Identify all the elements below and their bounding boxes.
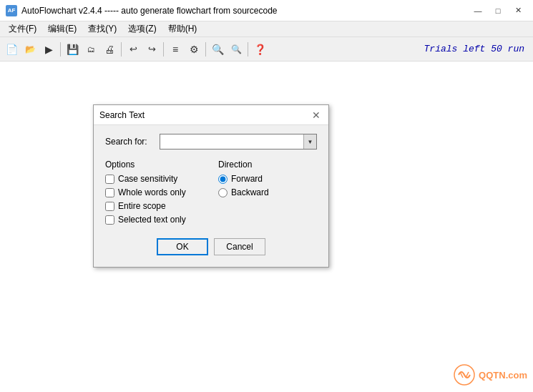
menu-file[interactable]: 文件(F) — [3, 21, 42, 36]
menu-help[interactable]: 帮助(H) — [162, 21, 203, 36]
entire-scope-label: Entire scope — [118, 201, 166, 211]
case-sensitivity-checkbox[interactable] — [105, 175, 114, 184]
play-button[interactable]: ▶ — [40, 41, 57, 58]
zoom-in-button[interactable]: 🔍 — [209, 41, 226, 58]
title-bar-controls: — □ ✕ — [469, 4, 527, 18]
search-for-row: Search for: ▼ — [105, 134, 317, 150]
main-area: Search Text ✕ Search for: ▼ Options — [0, 62, 533, 392]
backward-item[interactable]: Backward — [218, 187, 317, 197]
toolbar: 📄 📂 ▶ 💾 🗂 🖨 ↩ ↪ ≡ ⚙ 🔍 🔍 ❓ Trials left 50… — [0, 37, 533, 62]
backward-radio[interactable] — [218, 188, 228, 197]
watermark: QQTN.com — [453, 363, 527, 386]
search-dropdown-button[interactable]: ▼ — [303, 134, 316, 149]
entire-scope-item[interactable]: Entire scope — [105, 201, 204, 211]
menu-bar: 文件(F) 编辑(E) 查找(Y) 选项(Z) 帮助(H) — [0, 21, 533, 37]
separator-1 — [60, 42, 61, 57]
maximize-button[interactable]: □ — [489, 4, 507, 18]
case-sensitivity-item[interactable]: Case sensitivity — [105, 174, 204, 184]
case-sensitivity-label: Case sensitivity — [118, 174, 177, 184]
title-bar-left: AF AutoFlowchart v2.4.4 ----- auto gener… — [6, 5, 278, 16]
direction-group-label: Direction — [218, 160, 317, 170]
search-input-container: ▼ — [160, 134, 317, 150]
zoom-out-button[interactable]: 🔍 — [228, 41, 245, 58]
selected-text-only-label: Selected text only — [118, 215, 186, 225]
whole-words-only-checkbox[interactable] — [105, 188, 114, 197]
undo-button[interactable]: ↩ — [124, 41, 142, 58]
watermark-logo-icon — [453, 363, 476, 386]
separator-5 — [248, 42, 248, 57]
help-button[interactable]: ❓ — [251, 41, 268, 58]
backward-label: Backward — [231, 187, 269, 197]
direction-group: Direction Forward Backward — [218, 160, 317, 228]
app-title: AutoFlowchart v2.4.4 ----- auto generate… — [21, 6, 278, 16]
options-direction-row: Options Case sensitivity Whole words onl… — [105, 160, 317, 228]
dialog-footer: OK Cancel — [105, 238, 317, 255]
print-button[interactable]: 🖨 — [101, 41, 118, 58]
forward-radio[interactable] — [218, 175, 228, 184]
dialog-titlebar: Search Text ✕ — [94, 105, 328, 125]
dialog-close-button[interactable]: ✕ — [310, 109, 323, 122]
menu-options[interactable]: 选项(Z) — [122, 21, 162, 36]
watermark-text: QQTN.com — [479, 370, 527, 381]
dialog-title: Search Text — [99, 110, 145, 120]
trials-text: Trials left 50 run — [424, 44, 530, 54]
new-button[interactable]: 📄 — [3, 41, 20, 58]
search-input[interactable] — [160, 134, 303, 149]
whole-words-only-label: Whole words only — [118, 187, 186, 197]
selected-text-only-checkbox[interactable] — [105, 215, 114, 225]
title-bar: AF AutoFlowchart v2.4.4 ----- auto gener… — [0, 0, 533, 21]
entire-scope-checkbox[interactable] — [105, 202, 114, 211]
save-button[interactable]: 💾 — [64, 41, 81, 58]
save-all-button[interactable]: 🗂 — [82, 41, 99, 58]
list-button[interactable]: ≡ — [167, 41, 184, 58]
ok-button[interactable]: OK — [157, 238, 208, 255]
redo-button[interactable]: ↪ — [143, 41, 160, 58]
menu-edit[interactable]: 编辑(E) — [42, 21, 82, 36]
settings-button[interactable]: ⚙ — [185, 41, 202, 58]
forward-label: Forward — [231, 174, 263, 184]
app-icon: AF — [6, 5, 17, 16]
separator-2 — [121, 42, 122, 57]
dialog-body: Search for: ▼ Options Case sensitivity — [94, 125, 328, 267]
options-group-label: Options — [105, 160, 204, 170]
minimize-button[interactable]: — — [469, 4, 487, 18]
whole-words-only-item[interactable]: Whole words only — [105, 187, 204, 197]
options-group: Options Case sensitivity Whole words onl… — [105, 160, 204, 228]
selected-text-only-item[interactable]: Selected text only — [105, 215, 204, 225]
open-button[interactable]: 📂 — [21, 41, 39, 58]
close-button[interactable]: ✕ — [509, 4, 527, 18]
separator-4 — [205, 42, 206, 57]
search-for-label: Search for: — [105, 137, 154, 147]
forward-item[interactable]: Forward — [218, 174, 317, 184]
search-dialog: Search Text ✕ Search for: ▼ Options — [93, 104, 329, 268]
cancel-button[interactable]: Cancel — [214, 238, 265, 255]
separator-3 — [163, 42, 164, 57]
menu-search[interactable]: 查找(Y) — [82, 21, 122, 36]
